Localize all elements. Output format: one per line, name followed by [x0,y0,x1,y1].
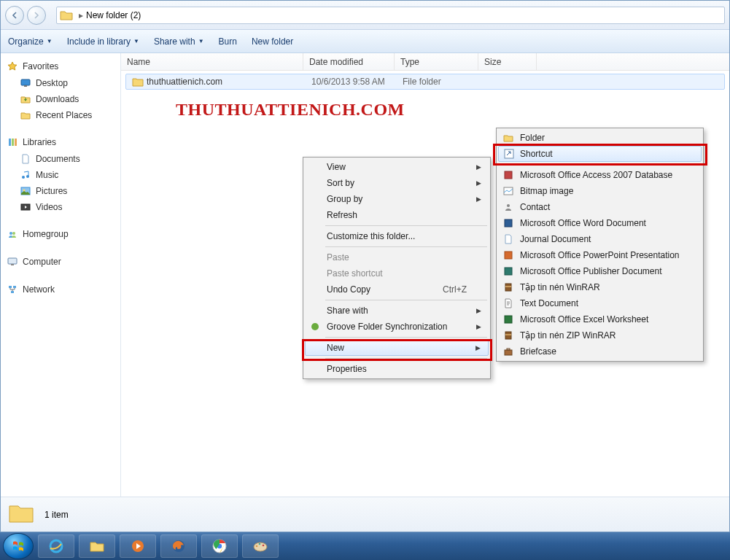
burn-button[interactable]: Burn [219,36,237,47]
new-item-word[interactable]: Microsoft Office Word Document [498,215,702,231]
taskbar-paint[interactable] [242,534,279,558]
new-item-text[interactable]: Text Document [498,295,702,311]
svg-rect-15 [13,286,16,288]
new-item-journal[interactable]: Journal Document [498,231,702,247]
ctx-item-refresh[interactable]: Refresh [305,207,489,223]
sidebar-item-computer[interactable]: Computer [1,253,120,271]
forward-button[interactable] [27,6,46,25]
separator [325,358,487,359]
word-icon [502,217,514,229]
new-item-winrar[interactable]: Tập tin nén WinRAR [498,279,702,295]
sidebar-item-documents[interactable]: Documents [1,151,120,167]
chevron-down-icon: ▼ [133,38,139,44]
sidebar-item-videos[interactable]: Videos [1,199,120,215]
navigation-pane: Favorites Desktop Downloads Recent Place… [1,53,121,497]
ctx-item-paste[interactable]: Paste [305,249,489,265]
chevron-right-icon: ▸ [79,10,83,20]
ctx-item-customize[interactable]: Customize this folder... [305,228,489,244]
ctx-item-groove[interactable]: Groove Folder Synchronization▶ [305,319,489,335]
column-header-date[interactable]: Date modified [303,53,395,70]
folder-icon [132,76,144,88]
separator [519,164,700,165]
svg-rect-16 [11,291,14,293]
svg-rect-31 [507,349,510,350]
sidebar-item-downloads[interactable]: Downloads [1,91,120,107]
new-item-shortcut[interactable]: Shortcut [498,146,702,162]
svg-rect-24 [505,268,512,275]
chevron-down-icon: ▼ [198,38,204,44]
address-bar: ▸ New folder (2) [1,1,729,30]
organize-button[interactable]: Organize▼ [8,36,53,47]
new-item-publisher[interactable]: Microsoft Office Publisher Document [498,263,702,279]
breadcrumb[interactable]: ▸ New folder (2) [56,7,725,24]
svg-rect-26 [505,286,511,287]
taskbar-wmp[interactable] [120,534,156,558]
svg-rect-14 [9,286,12,288]
sidebar-item-music[interactable]: Music [1,167,120,183]
separator [325,225,487,226]
new-item-contact[interactable]: Contact [498,199,702,215]
file-row[interactable]: thuthuattienich.com 10/6/2013 9:58 AM Fi… [125,74,725,90]
new-folder-button[interactable]: New folder [252,36,293,47]
ctx-item-share-with[interactable]: Share with▶ [305,303,489,319]
network-icon [7,284,18,295]
svg-rect-0 [21,79,30,85]
ctx-item-new[interactable]: New▶ [305,340,489,356]
sidebar-item-recent-places[interactable]: Recent Places [1,107,120,123]
sidebar-item-desktop[interactable]: Desktop [1,75,120,91]
new-item-bitmap[interactable]: Bitmap image [498,183,702,199]
excel-icon [502,314,514,325]
include-in-library-button[interactable]: Include in library▼ [67,36,139,47]
svg-point-10 [9,232,12,235]
separator [325,300,487,300]
svg-rect-13 [11,264,14,265]
ctx-item-sortby[interactable]: Sort by▶ [305,175,489,191]
new-item-briefcase[interactable]: Briefcase [498,343,702,359]
contact-icon [502,201,514,213]
briefcase-icon [502,346,514,357]
svg-rect-22 [505,219,512,227]
sidebar-item-homegroup[interactable]: Homegroup [1,225,120,243]
zip-icon [502,330,514,341]
folder-icon [60,9,73,22]
new-item-access[interactable]: Microsoft Office Access 2007 Database [498,167,702,183]
svg-point-17 [311,323,319,330]
status-item-count: 1 item [44,510,69,520]
column-header-size[interactable]: Size [478,53,537,70]
column-header-type[interactable]: Type [395,53,478,70]
folder-icon [502,132,514,144]
back-button[interactable] [5,6,24,25]
libraries-header[interactable]: Libraries [1,133,120,151]
taskbar-explorer[interactable] [79,534,115,558]
svg-rect-12 [8,258,17,264]
new-item-zip-winrar[interactable]: Tập tin nén ZIP WinRAR [498,327,702,343]
share-with-button[interactable]: Share with▼ [154,36,204,47]
sidebar-item-pictures[interactable]: Pictures [1,183,120,199]
start-button[interactable] [3,533,34,559]
column-header-name[interactable]: Name [121,53,303,70]
folder-icon [8,502,34,528]
homegroup-icon [7,228,18,240]
ctx-item-groupby[interactable]: Group by▶ [305,191,489,207]
music-icon [20,169,31,181]
desktop-icon [20,77,31,89]
taskbar-chrome[interactable] [201,534,238,558]
taskbar-ie[interactable] [38,534,74,558]
taskbar-firefox[interactable] [160,534,197,558]
svg-rect-2 [9,139,11,146]
status-bar: 1 item [1,497,729,532]
chevron-right-icon: ▶ [476,195,481,203]
new-item-folder[interactable]: Folder [498,130,702,146]
ctx-item-paste-shortcut[interactable]: Paste shortcut [305,265,489,281]
access-icon [502,169,514,181]
favorites-header[interactable]: Favorites [1,58,120,75]
new-item-powerpoint[interactable]: Microsoft Office PowerPoint Presentation [498,247,702,263]
ctx-item-undo[interactable]: Undo CopyCtrl+Z [305,281,489,298]
svg-point-5 [22,176,25,179]
toolbar: Organize▼ Include in library▼ Share with… [1,30,729,53]
ctx-item-properties[interactable]: Properties [305,361,489,377]
svg-rect-27 [505,316,512,323]
ctx-item-view[interactable]: View▶ [305,159,489,175]
new-item-excel[interactable]: Microsoft Office Excel Worksheet [498,311,702,327]
sidebar-item-network[interactable]: Network [1,281,120,298]
